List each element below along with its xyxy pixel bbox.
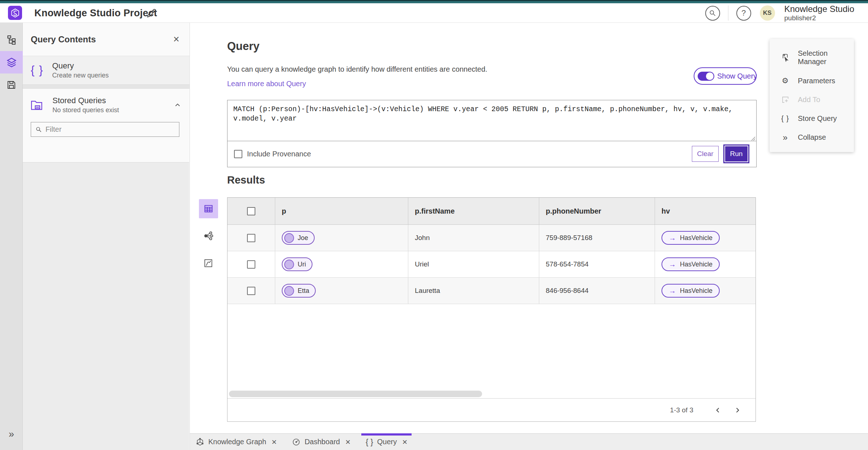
- cell-phonenumber: 846-956-8644: [539, 278, 655, 304]
- parameters-item[interactable]: ⚙ Parameters: [770, 76, 854, 85]
- main-content: Query You can query a knowledge graph to…: [190, 23, 868, 433]
- braces-icon: { }: [366, 437, 373, 447]
- select-all-checkbox[interactable]: [247, 207, 255, 215]
- query-list-item[interactable]: { } Query Create new queries: [23, 56, 190, 84]
- search-icon: [35, 126, 42, 133]
- chart-view-button[interactable]: [199, 253, 218, 273]
- panel-empty-area: [23, 162, 189, 450]
- filter-input[interactable]: [46, 125, 175, 134]
- relationship-chip[interactable]: → HasVehicle: [661, 257, 720, 271]
- cell-phonenumber: 759-889-57168: [539, 225, 655, 251]
- query-controls: Include Provenance Clear Run: [227, 141, 756, 167]
- run-button[interactable]: Run: [724, 146, 748, 162]
- store-query-item[interactable]: { } Store Query: [770, 114, 854, 123]
- entity-chip[interactable]: Etta: [282, 284, 316, 298]
- entity-node-icon: [284, 260, 294, 269]
- arrow-right-icon: →: [669, 234, 676, 242]
- entity-chip[interactable]: Uri: [282, 257, 312, 271]
- query-actions-menu: Selection Manager ⚙ Parameters Add To { …: [770, 39, 854, 152]
- hierarchy-icon: [7, 35, 17, 45]
- relationship-chip[interactable]: → HasVehicle: [661, 231, 720, 245]
- edit-title-button[interactable]: [146, 7, 158, 20]
- row-checkbox[interactable]: [247, 234, 255, 242]
- table-view-button[interactable]: [199, 199, 218, 218]
- save-rail-button[interactable]: [0, 73, 23, 96]
- bottom-tab-bar: Knowledge Graph × Dashboard × { } Query …: [190, 433, 868, 450]
- user-block: Knowledge Studio publisher2: [784, 4, 854, 22]
- relationship-chip[interactable]: → HasVehicle: [661, 284, 720, 298]
- cell-firstname: Uriel: [408, 251, 539, 277]
- table-row: Joe John 759-889-57168 → HasVehicle: [227, 225, 756, 251]
- app-logo-icon[interactable]: [8, 6, 22, 20]
- row-checkbox[interactable]: [247, 287, 255, 295]
- search-button[interactable]: [705, 6, 720, 21]
- next-page-button[interactable]: [730, 403, 745, 417]
- tab-dashboard[interactable]: Dashboard ×: [290, 434, 352, 450]
- show-query-toggle[interactable]: Show Query: [694, 67, 757, 85]
- cell-firstname: John: [408, 225, 539, 251]
- chevron-left-icon: [714, 407, 722, 414]
- query-editor[interactable]: MATCH (p:Person)-[hv:HasVehicle]->(v:Veh…: [227, 100, 756, 141]
- top-strip: [0, 0, 868, 3]
- close-tab-icon[interactable]: ×: [272, 438, 277, 446]
- product-name: Knowledge Studio: [784, 4, 854, 14]
- close-panel-button[interactable]: ×: [173, 34, 179, 45]
- entity-node-icon: [284, 286, 294, 296]
- entity-chip[interactable]: Joe: [282, 231, 315, 245]
- table-empty-area: [227, 304, 756, 398]
- column-header-phonenumber[interactable]: p.phoneNumber: [539, 198, 655, 224]
- chevron-up-icon: [174, 101, 182, 109]
- layers-icon: [6, 57, 17, 68]
- table-icon: [204, 204, 213, 214]
- avatar[interactable]: KS: [760, 5, 775, 21]
- results-table: p p.firstName p.phoneNumber hv Joe John …: [227, 197, 756, 422]
- expand-panel-button[interactable]: »: [0, 429, 23, 440]
- gear-icon: ⚙: [780, 76, 790, 85]
- toggle-on-icon: [698, 72, 714, 81]
- menu-item-label: Collapse: [798, 133, 826, 142]
- learn-more-link[interactable]: Learn more about Query: [227, 80, 306, 88]
- graph-view-button[interactable]: [199, 226, 218, 245]
- table-row: Uri Uriel 578-654-7854 → HasVehicle: [227, 251, 756, 278]
- column-header-p[interactable]: p: [275, 198, 408, 224]
- stored-queries-header[interactable]: Stored Queries No stored queries exist: [23, 89, 190, 121]
- divider: [728, 5, 728, 21]
- graph-icon: [204, 231, 213, 241]
- add-to-icon: [781, 96, 790, 104]
- table-footer: 1-3 of 3: [227, 398, 756, 421]
- knowledge-graph-icon: [196, 438, 204, 446]
- layers-rail-button[interactable]: [0, 51, 23, 73]
- clear-button[interactable]: Clear: [692, 146, 719, 162]
- help-button[interactable]: ?: [736, 6, 751, 21]
- selection-manager-item[interactable]: Selection Manager: [770, 49, 854, 66]
- cell-phonenumber: 578-654-7854: [539, 251, 655, 277]
- left-rail: »: [0, 23, 23, 450]
- data-model-rail-button[interactable]: [0, 29, 23, 51]
- header-actions: ? KS Knowledge Studio publisher2: [705, 3, 868, 23]
- previous-page-button[interactable]: [711, 403, 725, 417]
- save-icon: [7, 80, 16, 90]
- collapse-item[interactable]: » Collapse: [770, 133, 854, 142]
- resize-grip-icon[interactable]: [751, 136, 756, 141]
- horizontal-scrollbar[interactable]: [229, 391, 482, 397]
- row-checkbox[interactable]: [247, 260, 255, 269]
- menu-item-label: Add To: [798, 96, 820, 104]
- column-header-hv[interactable]: hv: [655, 198, 756, 224]
- filter-box: [31, 122, 179, 137]
- menu-item-label: Store Query: [798, 114, 837, 123]
- include-provenance-checkbox[interactable]: [234, 150, 242, 158]
- arrow-right-icon: →: [669, 287, 676, 295]
- column-header-firstname[interactable]: p.firstName: [408, 198, 539, 224]
- braces-icon: { }: [31, 64, 43, 77]
- add-to-item: Add To: [770, 96, 854, 104]
- query-contents-panel: Query Contents × { } Query Create new qu…: [23, 23, 190, 450]
- close-tab-icon[interactable]: ×: [345, 438, 350, 446]
- arrow-right-icon: →: [669, 260, 676, 269]
- chevron-right-icon: [734, 407, 741, 414]
- tab-query[interactable]: { } Query ×: [364, 434, 409, 450]
- pagination-label: 1-3 of 3: [670, 406, 693, 414]
- braces-icon: { }: [780, 114, 790, 123]
- query-item-title: Query: [52, 61, 109, 71]
- tab-knowledge-graph[interactable]: Knowledge Graph ×: [194, 434, 278, 450]
- close-tab-icon[interactable]: ×: [402, 438, 407, 446]
